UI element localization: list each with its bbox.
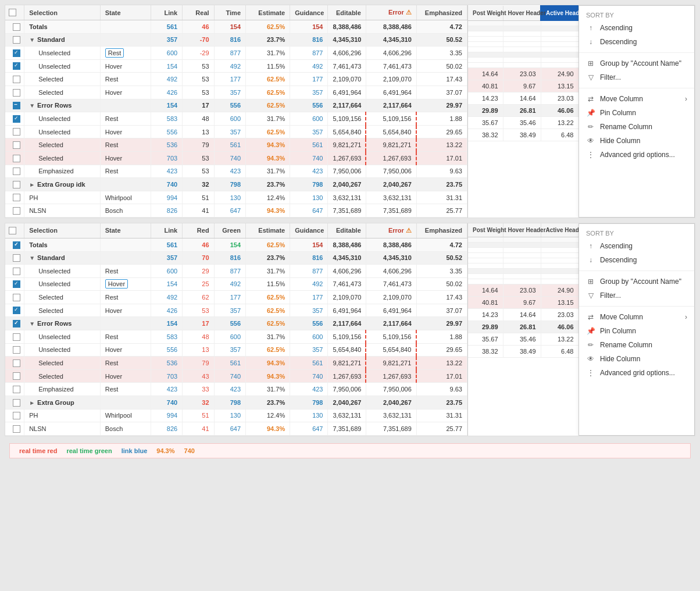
checkbox[interactable] bbox=[13, 155, 20, 162]
checkbox[interactable] bbox=[13, 268, 20, 275]
collapse-icon[interactable]: ▼ bbox=[29, 102, 35, 109]
checkbox[interactable] bbox=[13, 412, 20, 419]
checkbox-cell[interactable] bbox=[5, 20, 24, 34]
header-estimate[interactable]: Estimate bbox=[246, 5, 290, 20]
checkbox-cell[interactable] bbox=[5, 304, 24, 317]
checkbox[interactable] bbox=[13, 89, 20, 97]
bottom-header-red[interactable]: Red bbox=[183, 223, 214, 238]
bottom-header-selection[interactable] bbox=[5, 223, 24, 238]
checkbox-cell[interactable] bbox=[5, 277, 24, 291]
checkbox-cell[interactable] bbox=[5, 178, 24, 191]
bottom-sort-ascending[interactable]: ↑ Ascending bbox=[579, 239, 694, 253]
checkbox[interactable] bbox=[13, 115, 20, 123]
bottom-header-guidance[interactable]: Guidance bbox=[290, 223, 328, 238]
header-selection[interactable] bbox=[5, 5, 24, 20]
checkbox-cell[interactable] bbox=[5, 357, 24, 370]
checkbox[interactable] bbox=[13, 241, 20, 249]
bottom-header-hover-header[interactable]: Hover Header ↑ bbox=[503, 223, 541, 237]
collapse-icon[interactable]: ► bbox=[29, 400, 35, 406]
checkbox[interactable] bbox=[13, 141, 20, 149]
sort-descending[interactable]: ↓ Descending bbox=[579, 35, 694, 49]
header-hover-header[interactable]: Hover Header ↑ bbox=[503, 6, 541, 20]
collapse-icon[interactable]: ▼ bbox=[29, 321, 35, 327]
checkbox-cell[interactable] bbox=[5, 317, 24, 330]
bottom-header-active-header[interactable]: Active Header bbox=[541, 223, 578, 237]
checkbox-cell[interactable] bbox=[5, 138, 24, 152]
bottom-header-editable[interactable]: Editable bbox=[328, 223, 366, 238]
checkbox[interactable] bbox=[13, 207, 20, 215]
header-error[interactable]: Error ⚠ bbox=[366, 5, 416, 20]
header-guidance[interactable]: Guidance bbox=[290, 5, 328, 20]
checkbox-cell[interactable] bbox=[5, 369, 24, 383]
checkbox[interactable] bbox=[13, 294, 20, 301]
header-emphasized[interactable]: Emphasized bbox=[416, 5, 467, 20]
checkbox-cell[interactable] bbox=[5, 383, 24, 396]
sort-ascending[interactable]: ↑ Ascending bbox=[579, 21, 694, 35]
header-time[interactable]: Time bbox=[214, 5, 245, 20]
checkbox[interactable] bbox=[13, 280, 20, 288]
checkbox-cell[interactable] bbox=[5, 86, 24, 99]
checkbox[interactable] bbox=[13, 320, 20, 327]
checkbox[interactable] bbox=[13, 76, 20, 83]
checkbox[interactable] bbox=[13, 386, 20, 393]
checkbox-cell[interactable] bbox=[5, 47, 24, 60]
hide-column[interactable]: 👁 Hide Column bbox=[579, 134, 694, 148]
checkbox[interactable] bbox=[13, 372, 20, 380]
bottom-header-green[interactable]: Green bbox=[214, 223, 245, 238]
checkbox-cell[interactable] bbox=[5, 151, 24, 165]
checkbox[interactable] bbox=[13, 254, 20, 262]
checkbox[interactable] bbox=[13, 307, 20, 314]
checkbox-cell[interactable] bbox=[5, 238, 24, 251]
checkbox[interactable] bbox=[13, 425, 20, 433]
checkbox[interactable] bbox=[13, 168, 20, 175]
checkbox-cell[interactable] bbox=[5, 343, 24, 357]
bottom-header-checkbox[interactable] bbox=[9, 227, 16, 234]
bottom-header-emphasized[interactable]: Emphasized bbox=[416, 223, 467, 238]
bottom-group-by[interactable]: ⊞ Group by "Account Name" bbox=[579, 275, 694, 289]
bottom-move-column[interactable]: ⇄ Move Column › bbox=[579, 310, 694, 324]
bottom-header-link[interactable]: Link bbox=[151, 223, 182, 238]
header-post-weight[interactable]: Post Weight bbox=[468, 6, 503, 20]
checkbox-cell[interactable] bbox=[5, 396, 24, 410]
bottom-header-error[interactable]: Error ⚠ bbox=[366, 223, 416, 238]
advanced-options[interactable]: ⋮ Advanced grid options... bbox=[579, 148, 694, 162]
checkbox[interactable] bbox=[13, 359, 20, 367]
bottom-rename-column[interactable]: ✏ Rename Column bbox=[579, 338, 694, 352]
checkbox-cell[interactable] bbox=[5, 73, 24, 86]
collapse-icon[interactable]: ► bbox=[29, 181, 35, 188]
checkbox-cell[interactable] bbox=[5, 99, 24, 112]
checkbox[interactable] bbox=[13, 399, 20, 407]
header-checkbox[interactable] bbox=[9, 9, 16, 16]
checkbox-cell[interactable] bbox=[5, 112, 24, 126]
checkbox[interactable] bbox=[13, 62, 20, 70]
header-editable[interactable]: Editable bbox=[328, 5, 366, 20]
bottom-header-estimate[interactable]: Estimate bbox=[246, 223, 290, 238]
bottom-advanced-options[interactable]: ⋮ Advanced grid options... bbox=[579, 366, 694, 380]
checkbox[interactable] bbox=[13, 49, 20, 57]
header-real[interactable]: Real bbox=[183, 5, 214, 20]
collapse-icon[interactable]: ▼ bbox=[29, 37, 35, 43]
checkbox-cell[interactable] bbox=[5, 204, 24, 218]
checkbox-cell[interactable] bbox=[5, 265, 24, 278]
checkbox-cell[interactable] bbox=[5, 330, 24, 344]
group-by[interactable]: ⊞ Group by "Account Name" bbox=[579, 56, 694, 70]
checkbox-cell[interactable] bbox=[5, 165, 24, 178]
checkbox[interactable] bbox=[13, 181, 20, 188]
checkbox[interactable] bbox=[13, 23, 20, 31]
header-active-header[interactable]: Active Header ↑ bbox=[541, 6, 578, 20]
checkbox[interactable] bbox=[13, 194, 20, 201]
checkbox[interactable] bbox=[13, 36, 20, 44]
bottom-header-post-weight[interactable]: Post Weight bbox=[468, 223, 503, 237]
checkbox[interactable] bbox=[13, 128, 20, 136]
checkbox-cell[interactable] bbox=[5, 291, 24, 304]
move-column[interactable]: ⇄ Move Column › bbox=[579, 92, 694, 106]
checkbox[interactable] bbox=[13, 346, 20, 354]
checkbox-cell[interactable] bbox=[5, 125, 24, 138]
checkbox-cell[interactable] bbox=[5, 191, 24, 204]
bottom-sort-descending[interactable]: ↓ Descending bbox=[579, 253, 694, 267]
checkbox-cell[interactable] bbox=[5, 33, 24, 47]
filter[interactable]: ▽ Filter... bbox=[579, 70, 694, 84]
checkbox-cell[interactable] bbox=[5, 59, 24, 73]
bottom-hide-column[interactable]: 👁 Hide Column bbox=[579, 352, 694, 366]
pin-column[interactable]: 📌 Pin Column bbox=[579, 106, 694, 120]
